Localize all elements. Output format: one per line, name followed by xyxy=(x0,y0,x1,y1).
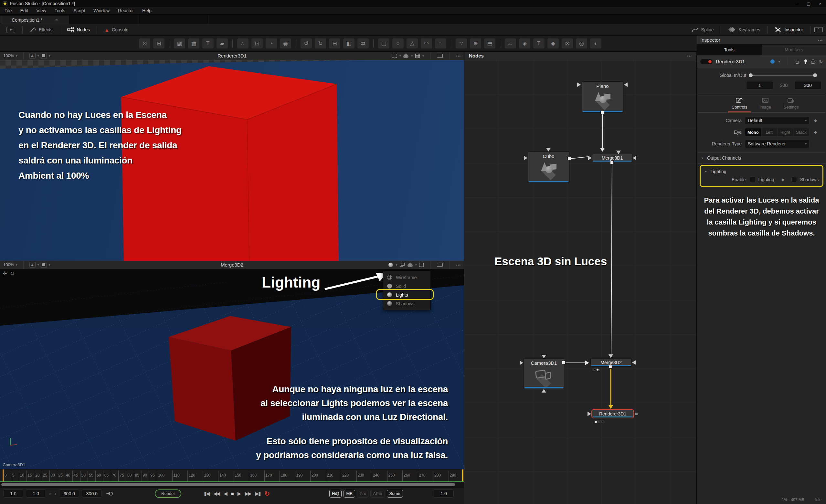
color-swatch-button[interactable] xyxy=(41,53,47,59)
play-button[interactable]: ▶ xyxy=(238,491,241,497)
node-graph[interactable]: Plano Cubo xyxy=(464,60,696,504)
inspector-menu[interactable]: ••• xyxy=(818,38,823,42)
menu-item-reactor[interactable]: Reactor xyxy=(118,8,134,13)
minimize-button[interactable]: – xyxy=(796,1,798,6)
cube-3d-tool-icon[interactable]: ⊠ xyxy=(562,39,573,49)
matte-control-tool-icon[interactable]: ◧ xyxy=(343,39,355,49)
lighting-mode-icon[interactable] xyxy=(389,263,393,267)
panel-layout-icon[interactable]: ˆ xyxy=(814,27,823,32)
node-enable-toggle[interactable] xyxy=(700,59,713,64)
keyframes-button[interactable]: Keyframes xyxy=(725,27,763,33)
output-port[interactable] xyxy=(609,365,612,369)
quality-hiq-button[interactable]: HiQ xyxy=(329,490,342,498)
menu-item-tools[interactable]: Tools xyxy=(55,8,65,13)
ellipse-mask-tool-icon[interactable]: ○ xyxy=(392,39,404,49)
output-port[interactable] xyxy=(635,412,638,416)
viewport2-menu[interactable]: ••• xyxy=(456,263,461,267)
nodes-panel-menu[interactable]: ••• xyxy=(687,54,692,58)
transform-tool-icon[interactable]: ⇄ xyxy=(357,39,369,49)
timeline-ruler[interactable]: 0510152025303540455055606570758085909510… xyxy=(0,469,464,482)
bspline-mask-tool-icon[interactable]: ◠ xyxy=(421,39,432,49)
output-port[interactable] xyxy=(568,157,571,160)
color-swatch-button[interactable] xyxy=(41,262,47,267)
light-3d-tool-icon[interactable]: ◎ xyxy=(576,39,587,49)
shape-3d-tool-icon[interactable]: ◈ xyxy=(519,39,530,49)
render-start-field[interactable]: 1.0 xyxy=(26,490,46,498)
paint-tool-icon[interactable]: ▰ xyxy=(217,39,228,49)
tab-modifiers[interactable]: Modifiers xyxy=(761,45,826,55)
input-port[interactable] xyxy=(616,150,621,154)
chevron-down-icon[interactable]: ▾ xyxy=(16,263,17,266)
slider-handle[interactable] xyxy=(749,73,753,77)
color-wheel-icon[interactable] xyxy=(403,54,409,58)
input-port[interactable] xyxy=(520,361,523,365)
quad-view-icon[interactable] xyxy=(419,263,424,267)
toolbar-collapse-icon[interactable]: ▾ xyxy=(6,27,15,33)
chevron-down-icon[interactable]: ▾ xyxy=(396,263,397,266)
layers-icon[interactable] xyxy=(400,263,405,267)
fastnoise-tool-icon[interactable]: ▩ xyxy=(188,39,199,49)
tab-tools[interactable]: Tools xyxy=(697,45,761,55)
brightness-contrast-tool-icon[interactable]: ◔ xyxy=(266,39,277,49)
reset-icon[interactable]: ↻ xyxy=(819,59,823,64)
chevron-down-icon[interactable]: ▾ xyxy=(16,54,17,58)
dropdown-item-wireframe[interactable]: Wireframe xyxy=(383,273,430,282)
p-image-tool-icon[interactable]: ▤ xyxy=(484,39,495,49)
subtab-image[interactable]: Image xyxy=(754,98,777,113)
polygon-mask-tool-icon[interactable]: △ xyxy=(407,39,418,49)
effects-button[interactable]: Effects xyxy=(26,27,56,33)
menu-item-file[interactable]: File xyxy=(4,8,12,13)
input-port[interactable] xyxy=(633,156,636,160)
viewport2-zoom-level[interactable]: 100% xyxy=(3,262,14,267)
keyframe-diamond-icon[interactable]: ◆ xyxy=(814,118,817,123)
eye-option-left[interactable]: Left xyxy=(761,128,777,136)
chevron-down-icon[interactable]: ▾ xyxy=(400,54,401,58)
quality-prx-button[interactable]: Prx xyxy=(357,490,369,498)
nodes-button[interactable]: Nodes xyxy=(64,27,93,33)
global-out-field[interactable]: 300 xyxy=(794,81,822,89)
chevron-down-icon[interactable]: ▾ xyxy=(49,263,50,266)
node-plano[interactable]: Plano xyxy=(582,81,624,113)
menu-item-script[interactable]: Script xyxy=(73,8,85,13)
timeline-scrollbar[interactable] xyxy=(0,482,464,487)
playhead[interactable] xyxy=(3,469,4,482)
blur-tool-icon[interactable]: ◉ xyxy=(280,39,291,49)
input-port[interactable] xyxy=(624,82,628,87)
pin-icon[interactable] xyxy=(804,59,807,64)
renderer-3d-tool-icon[interactable]: ◐ xyxy=(590,39,601,49)
subtab-settings[interactable]: Settings xyxy=(780,98,803,113)
p-render-tool-icon[interactable]: ⊕ xyxy=(470,39,481,49)
scrollbar-thumb[interactable] xyxy=(1,483,455,486)
text-plus-tool-icon[interactable]: T xyxy=(202,39,214,49)
spline-button[interactable]: Spline xyxy=(688,27,717,33)
roi-icon[interactable] xyxy=(392,54,397,58)
frame-format-icon[interactable] xyxy=(437,54,443,58)
render-button[interactable]: Render xyxy=(155,490,181,498)
node-color-icon[interactable] xyxy=(770,59,775,64)
keyframe-diamond-icon[interactable]: ◆ xyxy=(781,177,784,182)
node-renderer3d1[interactable]: Renderer3D1 xyxy=(591,410,634,419)
menu-item-help[interactable]: Help xyxy=(142,8,152,13)
keyframe-diamond-icon[interactable]: ◆ xyxy=(814,130,817,134)
input-port[interactable] xyxy=(524,156,527,160)
chevron-down-icon[interactable]: ▾ xyxy=(422,54,424,58)
lock-icon[interactable] xyxy=(811,59,815,64)
macro-tool-icon[interactable]: ⊞ xyxy=(153,39,165,49)
merge-tool-icon[interactable]: ⊟ xyxy=(329,39,340,49)
lighting-checkbox[interactable] xyxy=(750,177,755,182)
loader-tool-icon[interactable]: ↺ xyxy=(301,39,312,49)
global-in-field[interactable]: 1 xyxy=(746,81,773,89)
slider-handle[interactable] xyxy=(813,73,817,77)
channel-button[interactable]: A xyxy=(30,53,36,59)
viewport1-menu[interactable]: ••• xyxy=(456,54,461,58)
range-right-icon[interactable]: › xyxy=(54,491,57,496)
polyline-io-tool-icon[interactable]: ⊙ xyxy=(139,39,150,49)
grid-warp-tool-icon[interactable]: ⊡ xyxy=(251,39,263,49)
eye-option-right[interactable]: Right xyxy=(777,128,794,136)
stop-button[interactable]: ■ xyxy=(231,491,233,496)
viewport1-render-view[interactable]: Cuando no hay Luces en la Escena y no ac… xyxy=(0,60,464,261)
audio-icon[interactable] xyxy=(106,491,113,496)
menu-item-window[interactable]: Window xyxy=(94,8,110,13)
renderer-type-select[interactable]: Software Renderer ▾ xyxy=(745,139,810,148)
input-port[interactable] xyxy=(577,82,581,87)
